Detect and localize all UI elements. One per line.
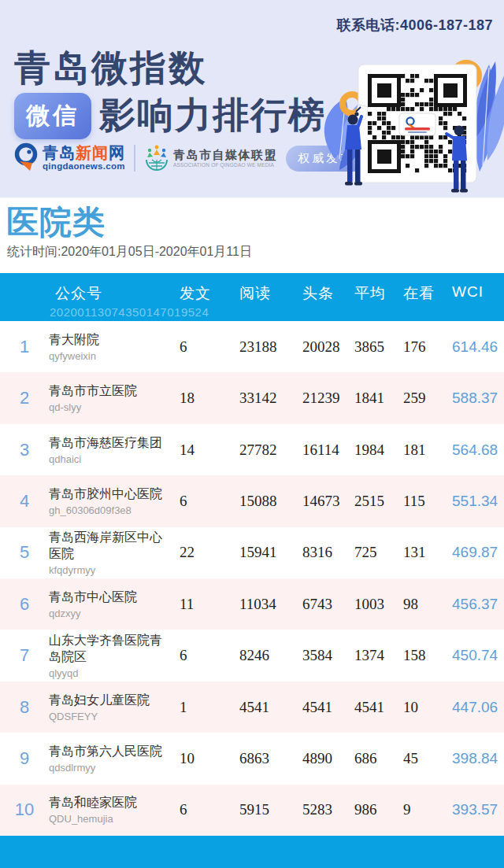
qingdaonews-q-icon (13, 142, 39, 175)
account-cell: 青岛西海岸新区中心医院 kfqdyrmyy (49, 529, 173, 577)
wci-value: 447.06 (446, 699, 504, 716)
association-logo-text: 青岛市自媒体联盟 ASSOCIATION OF QINGDAO WE MEDIA (173, 149, 277, 168)
account-name: 山东大学齐鲁医院青岛院区 (49, 632, 170, 665)
column-header-headline: 头条 (296, 283, 348, 304)
table-row: 10 青岛和睦家医院 QDU_hemujia 6 5915 5283 986 9… (0, 785, 504, 836)
account-cell: 青大附院 qyfyweixin (49, 331, 173, 363)
logo-row: 青岛新闻网 qingdaonews.com (13, 142, 366, 175)
account-name: 青岛市中心医院 (49, 589, 170, 605)
account-id: QDU_hemujia (49, 812, 170, 826)
account-name: 青岛西海岸新区中心医院 (49, 529, 170, 562)
looks-value: 115 (397, 493, 446, 510)
orange-ring-right (454, 64, 478, 87)
posts-value: 11 (173, 596, 233, 613)
rank-number: 7 (0, 645, 49, 666)
person-right (447, 126, 468, 193)
average-value: 2515 (348, 493, 397, 510)
account-cell: 山东大学齐鲁医院青岛院区 qlyyqd (49, 632, 173, 680)
chart-card (447, 101, 468, 127)
average-value: 1003 (348, 596, 397, 613)
posts-value: 6 (173, 338, 233, 356)
headline-value: 3584 (296, 647, 348, 664)
average-value: 986 (348, 801, 397, 818)
headline-value: 6743 (296, 596, 348, 613)
category-section: 医院类 统计时间:2020年01月05日-2020年01月11日 (0, 198, 504, 273)
account-id: kfqdyrmyy (49, 563, 170, 577)
wci-value: 588.37 (446, 390, 504, 407)
wechat-badge: 微信 (14, 93, 91, 139)
average-value: 686 (348, 750, 397, 767)
account-id: qlyyqd (49, 667, 170, 680)
looks-value: 131 (397, 544, 446, 561)
qr-center-logo (399, 113, 435, 135)
column-header-looks: 在看 (397, 283, 446, 304)
qingdaonews-logo-text: 青岛新闻网 qingdaonews.com (43, 145, 125, 172)
account-cell: 青岛市胶州中心医院 gh_60306d09f3e8 (49, 486, 173, 517)
average-value: 1841 (348, 390, 397, 407)
account-id: qdhaici (49, 452, 170, 466)
account-id: qd-slyy (49, 401, 170, 414)
reads-value: 6863 (233, 750, 296, 767)
posts-value: 1 (173, 699, 233, 716)
reads-value: 15088 (233, 493, 296, 510)
account-name: 青大附院 (49, 331, 170, 348)
wci-value: 551.34 (446, 493, 504, 510)
rank-number: 10 (0, 800, 49, 820)
rank-number: 4 (0, 491, 49, 512)
table-row: 5 青岛西海岸新区中心医院 kfqdyrmyy 22 15941 8316 72… (0, 527, 504, 578)
wci-value: 450.74 (446, 647, 504, 664)
headline-value: 5283 (296, 801, 348, 818)
table-row: 1 青大附院 qyfyweixin 6 23188 20028 3865 176… (0, 321, 504, 372)
account-cell: 青岛市第六人民医院 qdsdlrmyy (49, 743, 173, 774)
posts-value: 14 (173, 441, 233, 459)
wci-value: 469.87 (446, 544, 504, 561)
rank-number: 1 (0, 337, 49, 357)
qingdaonews-logo: 青岛新闻网 qingdaonews.com (13, 142, 125, 175)
table-row: 4 青岛市胶州中心医院 gh_60306d09f3e8 6 15088 1467… (0, 475, 504, 526)
account-id: qdsdlrmyy (49, 761, 170, 774)
rank-number: 2 (0, 388, 49, 408)
association-icon (144, 142, 169, 174)
table-row: 8 青岛妇女儿童医院 QDSFEYY 1 4541 4541 4541 10 4… (0, 681, 504, 733)
reads-value: 5915 (233, 801, 296, 818)
stat-period: 统计时间:2020年01月05日-2020年01月11日 (7, 244, 504, 260)
looks-value: 98 (397, 596, 446, 613)
posts-value: 6 (173, 493, 233, 510)
table-row: 3 青岛市海慈医疗集团 qdhaici 14 27782 16114 1984 … (0, 424, 504, 475)
average-value: 4541 (348, 699, 397, 716)
contact-phone: 联系电话:4006-187-187 (336, 16, 493, 35)
rank-number: 5 (0, 542, 49, 563)
rank-number: 9 (0, 748, 49, 769)
average-value: 1984 (348, 441, 397, 459)
account-name: 青岛妇女儿童医院 (49, 692, 170, 708)
category-title: 医院类 (6, 202, 504, 242)
headline-value: 21239 (296, 390, 348, 407)
account-cell: 青岛市海慈医疗集团 qdhaici (49, 434, 173, 466)
headline-value: 14673 (296, 493, 348, 510)
logo-divider (134, 145, 135, 172)
looks-value: 259 (397, 390, 446, 407)
watermark-id: 20200113074350147019524 (50, 305, 209, 319)
main-title-line2-row: 微信 影响力排行榜 (14, 91, 326, 140)
wci-value: 614.46 (446, 338, 504, 356)
account-id: gh_60306d09f3e8 (49, 504, 170, 517)
wci-value: 456.37 (446, 596, 504, 613)
main-title-line2: 影响力排行榜 (99, 91, 326, 140)
authority-badge: 权威发布 (286, 146, 366, 172)
reads-value: 33142 (233, 390, 296, 407)
qingdaonews-logo-name: 青岛新闻网 (43, 145, 125, 161)
looks-value: 176 (397, 338, 446, 356)
rank-number: 6 (0, 594, 49, 615)
rank-number: 8 (0, 697, 49, 718)
association-logo: 青岛市自媒体联盟 ASSOCIATION OF QINGDAO WE MEDIA (144, 142, 277, 174)
qr-code-card (358, 65, 476, 183)
looks-value: 9 (397, 801, 446, 818)
column-header-account: 公众号 (49, 283, 173, 304)
table-header: 公众号 发文 阅读 头条 平均 在看 WCI 20200113074350147… (0, 273, 504, 321)
table-row: 2 青岛市市立医院 qd-slyy 18 33142 21239 1841 25… (0, 372, 504, 423)
account-cell: 青岛市中心医院 qdzxyy (49, 589, 173, 620)
account-name: 青岛和睦家医院 (49, 794, 170, 811)
looks-value: 10 (397, 699, 446, 716)
headline-value: 20028 (296, 338, 348, 356)
column-header-wci: WCI (446, 283, 504, 301)
